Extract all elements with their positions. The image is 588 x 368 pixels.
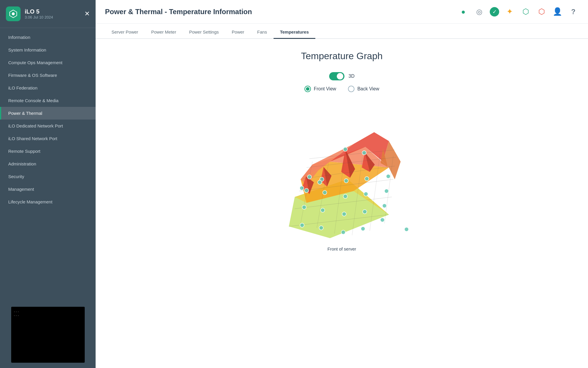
svg-point-36 <box>319 226 323 230</box>
help-icon[interactable]: ? <box>568 6 579 17</box>
svg-point-43 <box>343 194 347 198</box>
svg-point-53 <box>384 189 389 193</box>
target-icon[interactable]: ◎ <box>474 6 484 17</box>
sidebar-header: iLO 5 3.06 Jul 10 2024 ✕ <box>0 0 96 28</box>
toggle-row: 3D <box>113 72 570 80</box>
sidebar-item-remote-console---media[interactable]: Remote Console & Media <box>0 94 96 107</box>
sidebar-item-information[interactable]: Information <box>0 31 96 44</box>
sidebar-nav: InformationSystem InformationCompute Ops… <box>0 28 96 301</box>
shield-green-icon[interactable]: ⬡ <box>520 6 531 17</box>
topbar: Power & Thermal - Temperature Informatio… <box>96 0 588 24</box>
back-view-radio-circle[interactable] <box>348 86 354 92</box>
sidebar-item-ilo-federation[interactable]: iLO Federation <box>0 82 96 94</box>
sidebar-item-firmware---os-software[interactable]: Firmware & OS Software <box>0 69 96 82</box>
svg-point-42 <box>342 212 346 216</box>
svg-point-32 <box>302 205 306 209</box>
svg-point-49 <box>365 177 369 181</box>
sidebar-item-ilo-dedicated-network-port[interactable]: iLO Dedicated Network Port <box>0 120 96 132</box>
sidebar: iLO 5 3.06 Jul 10 2024 ✕ InformationSyst… <box>0 0 96 368</box>
sidebar-item-remote-support[interactable]: Remote Support <box>0 145 96 158</box>
sidebar-logo <box>6 6 21 21</box>
main-content: Power & Thermal - Temperature Informatio… <box>96 0 588 368</box>
topbar-icons: ● ◎ ✓ ✦ ⬡ ⬡ 👤 ? <box>458 6 579 17</box>
toggle-label: 3D <box>349 74 354 79</box>
circle-green-icon[interactable]: ● <box>458 6 469 17</box>
sidebar-subtitle: 3.06 Jul 10 2024 <box>25 15 53 19</box>
graph-container: Front of server <box>113 103 570 251</box>
sidebar-item-system-information[interactable]: System Information <box>0 44 96 56</box>
svg-point-46 <box>361 227 365 231</box>
sidebar-item-lifecycle-management[interactable]: Lifecycle Management <box>0 195 96 208</box>
svg-point-33 <box>304 188 309 193</box>
svg-point-41 <box>341 230 345 234</box>
sidebar-close-button[interactable]: ✕ <box>84 10 90 18</box>
svg-point-44 <box>344 179 348 183</box>
radio-row: Front View Back View <box>113 86 570 92</box>
front-view-radio[interactable]: Front View <box>304 86 336 92</box>
tab-power-settings[interactable]: Power Settings <box>183 26 225 39</box>
svg-point-50 <box>362 151 366 155</box>
tab-temperatures[interactable]: Temperatures <box>274 26 315 39</box>
tab-server-power[interactable]: Server Power <box>105 26 145 39</box>
svg-point-37 <box>321 208 325 212</box>
tabs-bar: Server PowerPower MeterPower SettingsPow… <box>96 24 588 39</box>
svg-point-51 <box>380 218 384 222</box>
graph-svg <box>271 103 412 244</box>
page-title: Power & Thermal - Temperature Informatio… <box>105 8 252 16</box>
sidebar-title: iLO 5 <box>25 8 53 15</box>
svg-point-40 <box>318 180 322 184</box>
user-icon[interactable]: 👤 <box>552 6 563 17</box>
sidebar-console: ...... <box>11 307 85 363</box>
svg-point-31 <box>300 223 304 227</box>
back-view-radio[interactable]: Back View <box>348 86 379 92</box>
section-title: Temperature Graph <box>113 51 570 62</box>
tab-fans[interactable]: Fans <box>251 26 273 39</box>
svg-point-34 <box>307 175 312 179</box>
temperature-graph-svg <box>271 103 412 244</box>
sidebar-item-ilo-shared-network-port[interactable]: iLO Shared Network Port <box>0 132 96 145</box>
sidebar-item-management[interactable]: Management <box>0 183 96 195</box>
svg-point-45 <box>343 147 347 151</box>
front-view-radio-circle[interactable] <box>304 86 311 92</box>
svg-point-35 <box>300 186 304 190</box>
check-icon[interactable]: ✓ <box>490 7 499 16</box>
sidebar-item-administration[interactable]: Administration <box>0 158 96 170</box>
svg-point-48 <box>364 192 368 196</box>
back-view-label: Back View <box>357 86 379 92</box>
console-text: ...... <box>14 309 19 317</box>
content-area: Temperature Graph 3D Front View Back Vie… <box>96 39 588 368</box>
sidebar-logo-area: iLO 5 3.06 Jul 10 2024 <box>6 6 53 21</box>
tab-power-meter[interactable]: Power Meter <box>145 26 183 39</box>
3d-toggle[interactable] <box>329 72 344 80</box>
svg-point-56 <box>404 227 409 231</box>
graph-bottom-label: Front of server <box>327 246 356 251</box>
sidebar-item-power---thermal[interactable]: Power & Thermal <box>0 107 96 120</box>
svg-point-38 <box>323 190 327 195</box>
tab-power[interactable]: Power <box>225 26 251 39</box>
svg-point-52 <box>382 204 387 208</box>
sidebar-title-area: iLO 5 3.06 Jul 10 2024 <box>25 8 53 19</box>
logo-icon <box>9 9 18 18</box>
front-view-label: Front View <box>314 86 336 92</box>
sun-icon[interactable]: ✦ <box>504 6 515 17</box>
sidebar-item-security[interactable]: Security <box>0 170 96 183</box>
sidebar-item-compute-ops-management[interactable]: Compute Ops Management <box>0 56 96 69</box>
svg-point-54 <box>386 174 390 178</box>
shield-red-icon[interactable]: ⬡ <box>536 6 547 17</box>
svg-point-47 <box>363 210 367 214</box>
svg-point-1 <box>12 12 15 15</box>
